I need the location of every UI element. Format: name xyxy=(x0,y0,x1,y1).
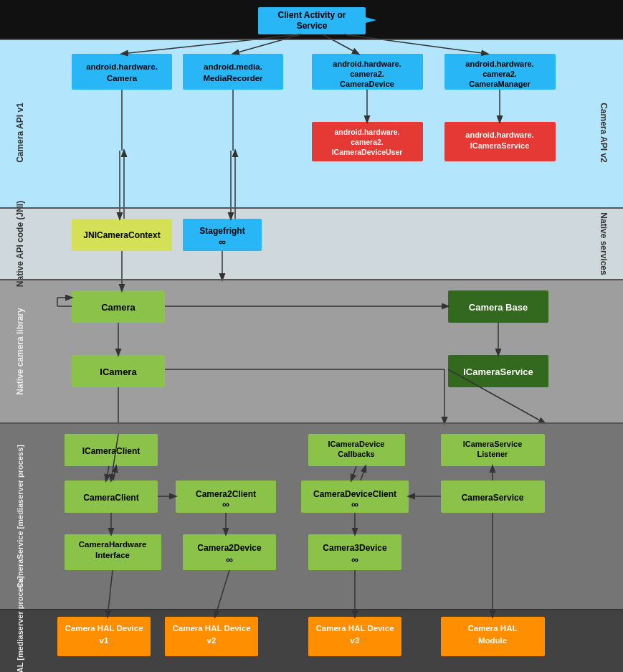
svg-text:v3: v3 xyxy=(351,636,360,645)
svg-text:camera2.: camera2. xyxy=(482,70,517,78)
svg-text:ICameraService: ICameraService xyxy=(470,141,530,150)
svg-text:camera2.: camera2. xyxy=(351,138,384,146)
svg-text:v1: v1 xyxy=(100,636,109,645)
svg-text:ICameraClient: ICameraClient xyxy=(82,446,141,456)
svg-text:camera2.: camera2. xyxy=(350,70,384,78)
svg-text:Camera HAL Device: Camera HAL Device xyxy=(315,624,394,633)
svg-text:ICameraDeviceUser: ICameraDeviceUser xyxy=(332,148,403,156)
camera-hal-label: CameraHAL [mediaserver process] xyxy=(16,576,24,672)
svg-text:ICameraDevice: ICameraDevice xyxy=(328,440,385,448)
svg-text:Camera2Client: Camera2Client xyxy=(196,489,256,499)
svg-text:android.media.: android.media. xyxy=(204,62,262,71)
svg-text:Callbacks: Callbacks xyxy=(338,450,374,458)
svg-text:Interface: Interface xyxy=(95,551,130,559)
architecture-diagram: Camera API v1 Camera API v2 Native API c… xyxy=(0,0,623,672)
client-label-1: Client Activity or xyxy=(278,10,346,20)
svg-text:JNICameraContext: JNICameraContext xyxy=(83,230,160,240)
diagram-container: Camera API v1 Camera API v2 Native API c… xyxy=(0,0,623,672)
svg-text:∞: ∞ xyxy=(226,554,233,565)
svg-text:Camera HAL Device: Camera HAL Device xyxy=(172,624,250,633)
svg-text:MediaRecorder: MediaRecorder xyxy=(203,74,263,82)
svg-text:Camera HAL: Camera HAL xyxy=(467,624,517,633)
svg-text:∞: ∞ xyxy=(351,498,358,510)
svg-text:Stagefright: Stagefright xyxy=(199,226,244,236)
svg-text:CameraHardware: CameraHardware xyxy=(79,540,147,549)
client-label-2: Service xyxy=(297,21,328,31)
svg-text:Camera HAL Device: Camera HAL Device xyxy=(65,624,143,633)
svg-text:android.hardware.: android.hardware. xyxy=(86,62,158,71)
box-android-hardware-camera xyxy=(72,54,172,90)
svg-text:∞: ∞ xyxy=(219,236,226,247)
camera-service-label: CameraService [mediaserver process] xyxy=(16,445,24,588)
api-v1-label: Camera API v1 xyxy=(15,103,25,163)
svg-text:∞: ∞ xyxy=(351,554,358,565)
svg-text:android.hardware.: android.hardware. xyxy=(465,131,533,139)
svg-text:CameraDevice: CameraDevice xyxy=(340,80,394,88)
svg-text:ICameraService: ICameraService xyxy=(463,366,533,377)
api-v2-label: Camera API v2 xyxy=(599,103,609,163)
native-services-label: Native services xyxy=(599,212,609,275)
svg-text:Camera3Device: Camera3Device xyxy=(323,543,387,553)
svg-text:android.hardware.: android.hardware. xyxy=(333,60,401,68)
svg-text:android.hardware.: android.hardware. xyxy=(465,60,533,68)
svg-text:CameraDeviceClient: CameraDeviceClient xyxy=(313,489,396,499)
native-camera-label: Native camera library xyxy=(15,308,25,395)
svg-text:ICameraService: ICameraService xyxy=(463,440,523,448)
svg-text:CameraManager: CameraManager xyxy=(469,80,531,88)
svg-text:Camera2Device: Camera2Device xyxy=(197,543,262,553)
svg-text:android.hardware.: android.hardware. xyxy=(334,128,399,136)
svg-text:CameraClient: CameraClient xyxy=(83,493,138,503)
svg-text:∞: ∞ xyxy=(222,498,229,510)
box-android-media-mediarecorder xyxy=(183,54,283,90)
svg-text:Camera: Camera xyxy=(107,74,138,82)
svg-text:Camera Base: Camera Base xyxy=(469,302,528,313)
svg-text:CameraService: CameraService xyxy=(462,493,524,503)
svg-text:Module: Module xyxy=(478,636,507,645)
svg-text:Camera: Camera xyxy=(101,302,135,313)
native-api-label: Native API code (JNI) xyxy=(15,201,25,287)
svg-text:ICamera: ICamera xyxy=(100,366,137,377)
svg-text:v2: v2 xyxy=(207,636,217,645)
svg-text:Listener: Listener xyxy=(477,450,509,458)
